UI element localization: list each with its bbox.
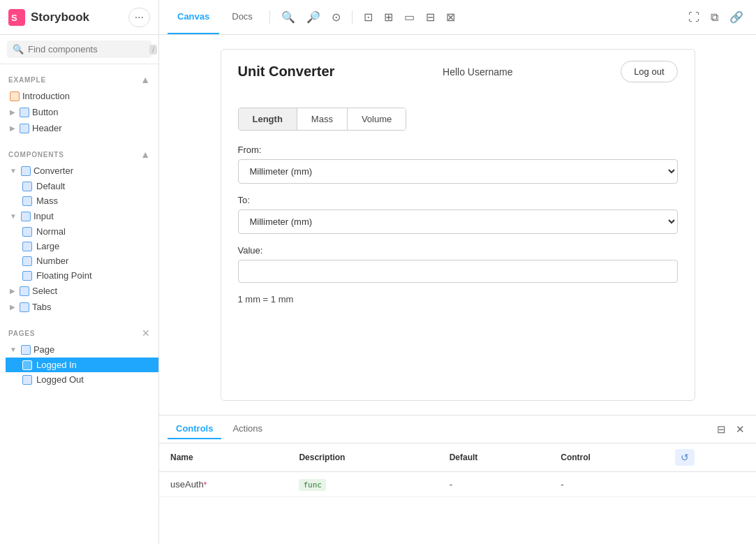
sidebar: 🔍 / EXAMPLE ▲ Introduction ▶ Button ▶ <box>0 35 159 544</box>
view-measure-button[interactable]: ⊟ <box>422 8 439 27</box>
sidebar-item-header[interactable]: ▶ Header <box>0 120 158 136</box>
section-pages: PAGES ✕ ▼ Page Logged In Logged Out <box>0 318 158 390</box>
sidebar-item-input[interactable]: ▼ Input <box>0 208 158 224</box>
col-control: Control <box>549 443 664 472</box>
section-label-example: EXAMPLE <box>8 76 46 84</box>
sidebar-item-input-floating-point[interactable]: Floating Point <box>6 268 158 283</box>
menu-button[interactable]: ··· <box>128 8 150 27</box>
sidebar-item-page[interactable]: ▼ Page <box>0 341 158 358</box>
bottom-tabs-bar: Controls Actions ⊟ ✕ <box>159 416 756 443</box>
to-label: To: <box>238 195 678 205</box>
copy-link-button[interactable]: 🔗 <box>725 8 748 27</box>
converter-tab-mass[interactable]: Mass <box>297 108 348 130</box>
svg-text:S: S <box>11 13 17 23</box>
sidebar-item-input-number[interactable]: Number <box>6 253 158 268</box>
sidebar-item-select[interactable]: ▶ Select <box>0 283 158 299</box>
table-body: useAuth* func - - <box>159 472 756 497</box>
param-name: useAuth <box>170 479 204 490</box>
logout-button[interactable]: Log out <box>621 61 677 82</box>
col-default: Default <box>438 443 550 472</box>
sidebar-item-label: Default <box>36 181 65 191</box>
view-frames-button[interactable]: ⊠ <box>442 8 459 27</box>
controls-data-table: Name Description Default Control ↺ <box>159 443 756 497</box>
sidebar-item-label: Mass <box>36 196 58 206</box>
value-input[interactable] <box>238 260 678 283</box>
introduction-icon <box>10 91 20 101</box>
sidebar-item-label: Select <box>32 286 57 296</box>
table-header-row: Name Description Default Control ↺ <box>159 443 756 472</box>
tab-docs[interactable]: Docs <box>222 0 262 34</box>
sidebar-item-button[interactable]: ▶ Button <box>0 104 158 120</box>
zoom-in-button[interactable]: 🔍 <box>277 8 299 27</box>
chevron-icon: ▶ <box>10 287 15 295</box>
sidebar-item-logged-in[interactable]: Logged In <box>6 358 158 372</box>
bottom-panel: Controls Actions ⊟ ✕ Name Description De… <box>159 415 756 544</box>
tab-controls[interactable]: Controls <box>168 419 221 439</box>
sidebar-item-label: Converter <box>34 166 73 176</box>
sidebar-item-logged-out[interactable]: Logged Out <box>6 372 158 387</box>
canvas-area: Unit Converter Hello Username Log out Le… <box>159 35 756 415</box>
chevron-icon: ▶ <box>10 303 15 311</box>
search-input-wrap: 🔍 / <box>7 41 151 58</box>
table-row: useAuth* func - - <box>159 472 756 497</box>
view-image-button[interactable]: ⊡ <box>360 8 377 27</box>
view-grid-button[interactable]: ⊞ <box>380 8 397 27</box>
sidebar-item-label: Button <box>32 107 59 117</box>
input-icon <box>21 212 31 221</box>
section-close-pages[interactable]: ✕ <box>142 328 150 339</box>
to-select[interactable]: Millimeter (mm) Centimeter (cm) Meter (m… <box>238 209 678 234</box>
tab-actions[interactable]: Actions <box>224 419 271 439</box>
from-group: From: Millimeter (mm) Centimeter (cm) Me… <box>238 145 678 184</box>
converter-tab-volume[interactable]: Volume <box>348 108 406 130</box>
section-collapse-example[interactable]: ▲ <box>140 74 150 85</box>
table-header: Name Description Default Control ↺ <box>159 443 756 472</box>
close-bottom-panel-button[interactable]: ✕ <box>733 420 748 439</box>
zoom-out-button[interactable]: 🔎 <box>302 8 325 27</box>
input-children: Normal Large Number Floating Point <box>6 224 158 283</box>
sidebar-item-label: Input <box>34 211 54 221</box>
search-input[interactable] <box>28 44 145 54</box>
value-group: Value: <box>238 245 678 283</box>
storybook-logo-icon: S <box>8 9 25 26</box>
sidebar-item-label: Logged Out <box>36 374 84 385</box>
converter-tabs: Length Mass Volume <box>238 108 407 131</box>
row-control: - <box>549 472 664 497</box>
zoom-reset-button[interactable]: ⊙ <box>327 8 345 27</box>
sidebar-item-converter[interactable]: ▼ Converter <box>0 163 158 179</box>
section-components: COMPONENTS ▲ ▼ Converter Default Mass ▼ <box>0 139 158 318</box>
col-reset: ↺ <box>664 443 756 472</box>
section-label-components: COMPONENTS <box>8 151 64 159</box>
sidebar-item-input-large[interactable]: Large <box>6 239 158 253</box>
app-name: Storybook <box>31 10 89 24</box>
toolbar-separator-1 <box>269 10 270 24</box>
toolbar-separator-2 <box>352 10 353 24</box>
converter-body: Length Mass Volume From: Millimeter (mm)… <box>221 94 695 318</box>
page-icon <box>21 345 31 355</box>
row-default: - <box>438 472 550 497</box>
controls-table: Name Description Default Control ↺ <box>159 443 756 544</box>
view-box-button[interactable]: ▭ <box>400 8 419 27</box>
floating-point-icon <box>22 271 32 281</box>
sidebar-item-label: Tabs <box>32 302 51 312</box>
sidebar-item-converter-default[interactable]: Default <box>6 179 158 193</box>
converter-tab-length[interactable]: Length <box>239 108 297 130</box>
fullscreen-button[interactable]: ⛶ <box>684 8 704 27</box>
reset-all-button[interactable]: ↺ <box>675 449 695 466</box>
chevron-icon: ▼ <box>10 212 17 220</box>
from-select[interactable]: Millimeter (mm) Centimeter (cm) Meter (m… <box>238 159 678 184</box>
sidebar-item-introduction[interactable]: Introduction <box>0 88 158 104</box>
col-description: Description <box>288 443 438 472</box>
sidebar-item-converter-mass[interactable]: Mass <box>6 193 158 208</box>
sidebar-item-label: Page <box>34 344 54 355</box>
section-header-pages: PAGES ✕ <box>0 325 158 341</box>
split-panel-button[interactable]: ⊟ <box>714 420 729 439</box>
sidebar-item-tabs[interactable]: ▶ Tabs <box>0 299 158 315</box>
sidebar-item-label: Floating Point <box>36 270 92 281</box>
tab-canvas[interactable]: Canvas <box>168 0 219 34</box>
row-name: useAuth* <box>159 472 288 497</box>
layout: 🔍 / EXAMPLE ▲ Introduction ▶ Button ▶ <box>0 35 756 544</box>
section-collapse-components[interactable]: ▲ <box>140 149 150 160</box>
select-icon <box>20 286 29 296</box>
open-new-tab-button[interactable]: ⧉ <box>706 8 722 27</box>
sidebar-item-input-normal[interactable]: Normal <box>6 224 158 239</box>
